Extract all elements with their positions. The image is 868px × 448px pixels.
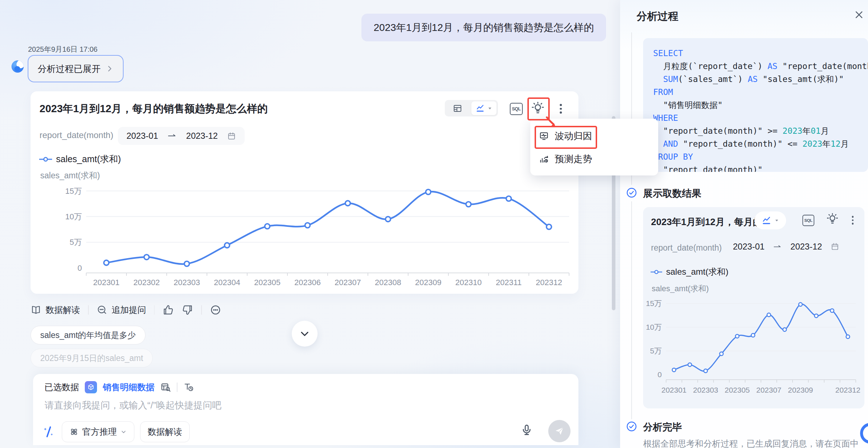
chevron-right-icon <box>106 65 114 73</box>
filter-field-label: report_date(month) <box>40 130 113 140</box>
table-icon <box>453 104 462 113</box>
svg-text:5万: 5万 <box>70 238 82 247</box>
follow-up-button[interactable]: 追加提问 <box>97 304 146 316</box>
svg-text:0: 0 <box>657 370 662 379</box>
line-chart-icon <box>476 104 485 113</box>
interpret-data-button[interactable]: 数据解读 <box>31 304 80 316</box>
timeline-connector <box>631 201 632 419</box>
legend-item[interactable]: sales_amt(求和) <box>650 266 728 278</box>
svg-text:202306: 202306 <box>294 278 320 287</box>
legend-marker <box>39 157 52 162</box>
divider <box>177 383 177 392</box>
bulb-icon <box>826 212 839 226</box>
svg-text:202305: 202305 <box>725 386 750 394</box>
view-switch <box>445 100 498 116</box>
magic-wand-icon[interactable] <box>42 425 56 439</box>
suggestion-chip[interactable]: sales_amt的年均值是多少 <box>31 326 146 344</box>
chart-title: 2023年1月到12月，每月的销售额趋势是怎么样的 <box>40 102 268 116</box>
send-button[interactable] <box>548 420 571 442</box>
analysis-toggle-label: 分析过程已展开 <box>38 63 101 75</box>
legend-marker <box>650 270 662 274</box>
date-start: 2023-01 <box>733 242 765 252</box>
more-menu-button[interactable] <box>850 214 855 226</box>
annotation-arrow <box>545 116 559 129</box>
step-description: 根据全部思考和分析过程，已生成回复消息，请在页面中查看。 <box>643 438 859 448</box>
more-feedback-icon[interactable] <box>210 304 221 316</box>
caret-down-icon <box>774 218 779 223</box>
svg-text:202309: 202309 <box>788 386 813 394</box>
check-circle-icon <box>626 421 637 432</box>
answer-chart-card: 2023年1月到12月，每月的销售额趋势是怎么样的 SQL report_dat… <box>31 91 578 294</box>
panel-title: 分析过程 <box>637 9 678 24</box>
close-icon[interactable] <box>854 9 864 20</box>
divider <box>154 305 155 315</box>
chat-bubble-icon <box>97 305 107 315</box>
legend-item[interactable]: sales_amt(求和) <box>39 153 121 165</box>
user-question: 2023年1月到12月，每月的销售额趋势是怎么样的 <box>374 21 594 35</box>
menu-item-label: 预测走势 <box>555 153 592 165</box>
composer: 已选数据 销售明细数据 请直接向我提问，或输入“/”唤起快捷提问吧 官方推理 数… <box>33 374 578 445</box>
svg-text:0: 0 <box>78 264 82 273</box>
chevron-down-icon <box>299 328 310 339</box>
follow-up-label: 追加提问 <box>112 304 146 316</box>
chart-view-button[interactable] <box>471 101 497 115</box>
filter-field-label: report_date(month) <box>651 243 722 253</box>
collapse-button[interactable] <box>292 321 318 347</box>
main-line-chart[interactable]: 05万10万15万2023012023022023032023042023052… <box>36 182 575 289</box>
sql-view-button[interactable]: SQL <box>802 215 814 226</box>
reasoning-mode-button[interactable]: 官方推理 <box>62 421 134 442</box>
thumbs-up-icon[interactable] <box>162 304 174 316</box>
table-search-icon[interactable] <box>160 382 171 393</box>
dataset-link[interactable]: 销售明细数据 <box>103 381 154 393</box>
result-card-title: 2023年1月到12月，每月的... <box>651 216 770 228</box>
more-menu-button[interactable] <box>558 102 564 115</box>
message-action-bar: 数据解读 追加提问 <box>31 304 221 316</box>
divider <box>201 305 202 315</box>
insight-button[interactable] <box>826 212 839 227</box>
interpret-mode-button[interactable]: 数据解读 <box>140 421 190 442</box>
date-end: 2023-12 <box>186 131 218 141</box>
svg-text:202308: 202308 <box>375 278 401 287</box>
suggestion-chip[interactable]: 2025年9月15日的sales_amt <box>31 349 153 367</box>
legend-label: sales_amt(求和) <box>56 153 121 165</box>
svg-text:10万: 10万 <box>646 323 662 331</box>
svg-text:202304: 202304 <box>214 278 240 287</box>
sql-icon: SQL <box>512 106 521 111</box>
legend-label: sales_amt(求和) <box>666 266 728 278</box>
chart-type-button[interactable] <box>754 211 786 229</box>
table-view-button[interactable] <box>445 100 470 116</box>
range-arrow-icon <box>773 244 782 250</box>
composer-toolbar: 官方推理 数据解读 <box>42 421 190 442</box>
date-start: 2023-01 <box>126 131 158 141</box>
date-range-picker[interactable]: 2023-01 2023-12 <box>733 242 839 252</box>
analysis-panel: 分析过程 SELECT 月粒度(`report_date`) AS "repor… <box>620 0 868 448</box>
composer-input[interactable]: 请直接向我提问，或输入“/”唤起快捷提问吧 <box>45 399 222 412</box>
line-chart-icon <box>762 215 772 225</box>
user-message-bubble: 2023年1月到12月，每月的销售额趋势是怎么样的 <box>361 14 606 41</box>
interpret-mode-label: 数据解读 <box>148 426 182 438</box>
svg-text:202307: 202307 <box>756 386 781 394</box>
reasoning-mode-label: 官方推理 <box>82 426 117 438</box>
sql-icon: SQL <box>804 218 812 223</box>
svg-text:202303: 202303 <box>693 386 718 394</box>
svg-text:15万: 15万 <box>65 187 82 196</box>
thumbs-down-icon[interactable] <box>182 304 193 316</box>
mini-line-chart[interactable]: 05万10万15万2023012023032023052023072023092… <box>646 293 862 401</box>
annotation-box-menu-item <box>535 126 597 149</box>
svg-text:202305: 202305 <box>254 278 280 287</box>
analysis-toggle-button[interactable]: 分析过程已展开 <box>28 55 124 82</box>
check-circle-icon <box>626 187 637 198</box>
sql-view-button[interactable]: SQL <box>510 103 523 115</box>
floating-assistant-button[interactable] <box>860 423 868 444</box>
svg-text:202312: 202312 <box>835 386 860 394</box>
date-range-picker[interactable]: 2023-01 2023-12 <box>118 127 245 145</box>
svg-text:5万: 5万 <box>650 347 662 355</box>
divider <box>88 305 89 315</box>
menu-item-forecast[interactable]: 预测走势 <box>530 150 658 168</box>
svg-text:202303: 202303 <box>174 278 200 287</box>
microphone-icon[interactable] <box>520 424 533 436</box>
suggestion-text: 2025年9月15日的sales_amt <box>40 353 143 364</box>
svg-text:15万: 15万 <box>646 299 662 307</box>
step-label: 分析完毕 <box>643 421 682 434</box>
text-history-icon[interactable] <box>183 382 194 393</box>
